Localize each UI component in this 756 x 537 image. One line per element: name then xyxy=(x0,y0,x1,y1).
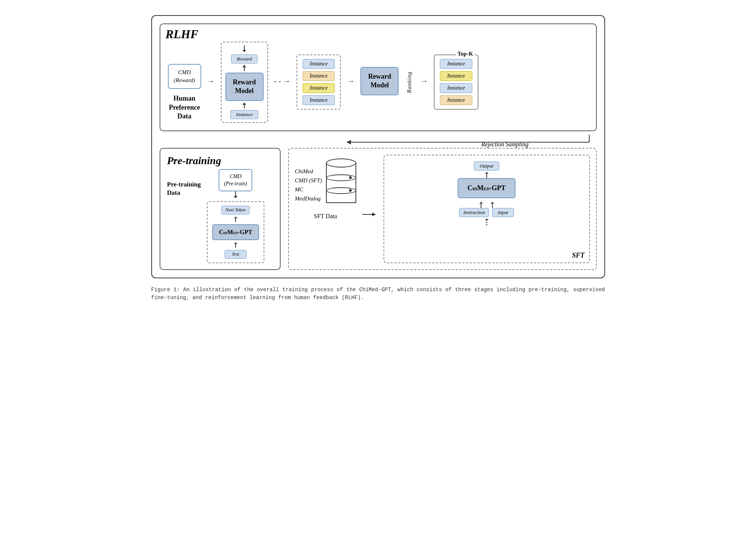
topk-instance-2: Instance xyxy=(440,71,472,81)
rlhf-label: RLHF xyxy=(166,27,199,41)
pretrain-content: Pre-trainingData CMD(Pre-train) Next Tok… xyxy=(167,169,273,263)
arrow-up-reward xyxy=(241,65,248,71)
chimed-gpt-main: ChiMed-GPT xyxy=(458,178,515,198)
human-pref-label: HumanPreferenceData xyxy=(169,94,200,121)
bottom-tags: Instruction Input xyxy=(459,208,514,217)
db-with-labels: ChiMed CMD (SFT) MC MedDialog xyxy=(295,155,356,208)
arrow-down-into-reward xyxy=(241,45,248,53)
pretrain-right: CMD(Pre-train) Next Token ChiMed-GPT xyxy=(207,169,264,263)
instance-item-4: Instance xyxy=(303,95,335,105)
reward-model-inner-2: RewardModel xyxy=(360,67,399,95)
db-label-mc: MC xyxy=(295,185,322,194)
ranking-wrap: Ranking xyxy=(405,71,414,93)
svg-marker-22 xyxy=(491,202,494,203)
instance-item-1: Instance xyxy=(303,59,335,69)
arrow-up-next-token xyxy=(232,217,239,222)
arrow-up-from-below xyxy=(483,219,491,225)
sft-corner-label: SFT xyxy=(572,251,584,259)
pretrain-data-label: Pre-trainingData xyxy=(167,180,201,197)
rejection-sampling-label: Rejection Sampling xyxy=(481,141,529,148)
arrow-ranking-to-topk: → xyxy=(420,77,428,85)
svg-marker-20 xyxy=(479,202,483,203)
instance-item-2: Instance xyxy=(303,71,335,81)
svg-marker-14 xyxy=(234,242,238,244)
svg-marker-16 xyxy=(372,213,376,216)
arrow-db-to-chimed xyxy=(362,166,377,263)
svg-marker-1 xyxy=(242,50,246,52)
arrow-up-from-instance xyxy=(241,102,248,109)
text-tag: Text xyxy=(225,250,247,259)
topk-label: Top-K xyxy=(456,51,475,57)
db-section: ChiMed CMD (SFT) MC MedDialog xyxy=(295,155,356,263)
reward-tag: Reward xyxy=(231,54,258,64)
cmd-pretrain-box: CMD(Pre-train) xyxy=(219,169,252,191)
chimed-gpt-pretrain: ChiMed-GPT xyxy=(212,224,259,240)
output-tag: Output xyxy=(474,161,499,171)
reward-model-inner-1: RewardModel xyxy=(225,73,264,101)
pretrain-label: Pre-training xyxy=(167,155,273,167)
rlhf-section: RLHF CMD(Reward) HumanPreferenceData → xyxy=(160,23,597,131)
bottom-row: Pre-training Pre-trainingData CMD(Pre-tr… xyxy=(160,148,597,270)
next-token-tag: Next Token xyxy=(221,206,250,214)
topk-box: Top-K Instance Instance Instance Instanc… xyxy=(434,54,478,110)
svg-marker-3 xyxy=(242,65,246,67)
diagram-wrapper: RLHF CMD(Reward) HumanPreferenceData → xyxy=(151,15,605,278)
arrow-reward-to-instances: - - → xyxy=(274,77,290,85)
instruction-tag: Instruction xyxy=(459,208,489,217)
arrow-up-output xyxy=(483,172,491,178)
rejection-sampling-arrow xyxy=(332,135,597,150)
topk-instance-1: Instance xyxy=(440,59,472,69)
arrow-right-svg xyxy=(362,211,377,218)
svg-marker-12 xyxy=(234,217,238,218)
cmd-reward-box: CMD(Reward) xyxy=(168,64,201,89)
figure-caption: Figure 1: An illustration of the overall… xyxy=(151,286,605,302)
db-label-cmd-sft: CMD (SFT) xyxy=(295,176,322,185)
chimed-gpt-inner-box: Next Token ChiMed-GPT Text xyxy=(207,201,264,263)
instance-list-left: Instance Instance Instance Instance xyxy=(297,54,341,110)
arrow-up-from-text xyxy=(232,242,239,248)
arrow-cmd-down xyxy=(232,191,239,199)
page-container: RLHF CMD(Reward) HumanPreferenceData → xyxy=(151,15,605,302)
svg-marker-18 xyxy=(485,172,489,174)
topk-instance-3: Instance xyxy=(440,83,472,93)
ranking-label: Ranking xyxy=(406,71,413,93)
cmd-reward-group: CMD(Reward) HumanPreferenceData xyxy=(168,49,201,121)
sft-section: ChiMed CMD (SFT) MC MedDialog xyxy=(288,148,597,270)
input-tag: Input xyxy=(492,208,514,217)
svg-marker-10 xyxy=(234,196,238,198)
topk-instance-4: Instance xyxy=(440,95,472,105)
arrows-up-to-chimed xyxy=(475,202,498,208)
chimed-right-box: Output ChiMed-GPT Instruction Inp xyxy=(383,155,590,263)
pretrain-section: Pre-training Pre-trainingData CMD(Pre-tr… xyxy=(160,148,281,270)
svg-marker-7 xyxy=(346,140,351,144)
reward-model-box-1: Reward RewardModel Instance xyxy=(221,42,268,123)
arrow-cmd-to-reward: → xyxy=(207,77,215,85)
db-labels: ChiMed CMD (SFT) MC MedDialog xyxy=(295,167,322,203)
svg-marker-24 xyxy=(485,219,489,220)
cylinder xyxy=(326,158,356,208)
sft-data-label: SFT Data xyxy=(314,213,337,220)
svg-marker-5 xyxy=(242,102,246,105)
instance-tag-1: Instance xyxy=(230,110,258,119)
instance-item-3: Instance xyxy=(303,83,335,93)
db-label-chimed: ChiMed xyxy=(295,167,322,176)
db-label-meddialog: MedDialog xyxy=(295,194,322,203)
arrow-instances-to-reward2: → xyxy=(347,77,354,85)
